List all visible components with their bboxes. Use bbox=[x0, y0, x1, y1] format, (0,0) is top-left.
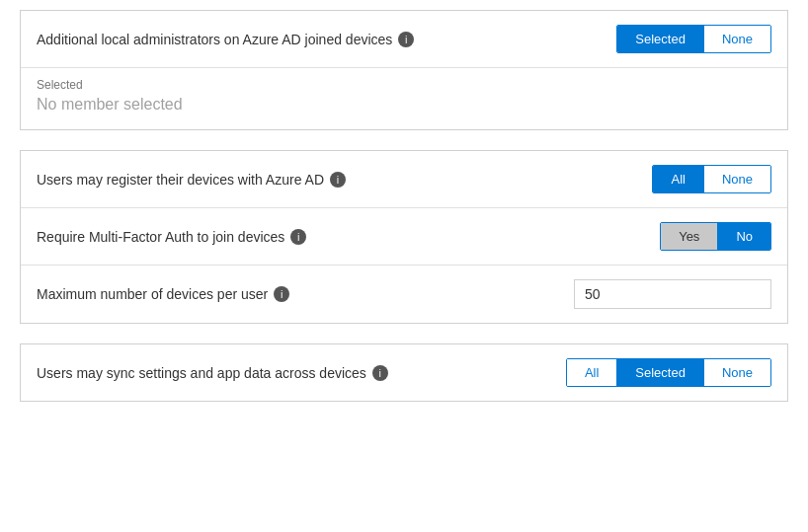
sync-settings-row: Users may sync settings and app data acr… bbox=[21, 344, 787, 401]
local-admins-btn-group: Selected None bbox=[616, 25, 771, 53]
sync-settings-info-icon[interactable]: i bbox=[372, 365, 388, 381]
mfa-label: Require Multi-Factor Auth to join device… bbox=[37, 229, 306, 245]
mfa-btn-group: Yes No bbox=[660, 222, 771, 251]
local-admins-selected-area: Selected No member selected bbox=[21, 68, 787, 129]
local-admins-none-btn[interactable]: None bbox=[704, 26, 770, 52]
local-admins-label: Additional local administrators on Azure… bbox=[37, 32, 414, 47]
max-devices-row: Maximum number of devices per user i bbox=[21, 266, 787, 323]
devices-section: Users may register their devices with Az… bbox=[20, 150, 788, 324]
max-devices-label: Maximum number of devices per user i bbox=[37, 286, 289, 302]
mfa-no-btn[interactable]: No bbox=[718, 223, 770, 250]
local-admins-selected-btn[interactable]: Selected bbox=[617, 26, 704, 52]
max-devices-info-icon[interactable]: i bbox=[274, 286, 289, 302]
register-devices-info-icon[interactable]: i bbox=[330, 172, 346, 188]
sync-settings-none-btn[interactable]: None bbox=[704, 359, 770, 386]
local-admins-text: Additional local administrators on Azure… bbox=[37, 32, 392, 47]
max-devices-input[interactable] bbox=[574, 279, 771, 309]
register-devices-label: Users may register their devices with Az… bbox=[37, 172, 346, 188]
sync-settings-btn-group: All Selected None bbox=[566, 358, 771, 387]
local-admins-row: Additional local administrators on Azure… bbox=[21, 11, 787, 68]
sync-settings-selected-btn[interactable]: Selected bbox=[617, 359, 704, 386]
selected-area-label: Selected bbox=[37, 78, 771, 92]
mfa-info-icon[interactable]: i bbox=[290, 229, 306, 245]
sync-settings-section: Users may sync settings and app data acr… bbox=[20, 343, 788, 402]
sync-settings-label: Users may sync settings and app data acr… bbox=[37, 365, 388, 381]
local-admins-section: Additional local administrators on Azure… bbox=[20, 10, 788, 130]
no-member-text: No member selected bbox=[37, 96, 771, 114]
sync-settings-all-btn[interactable]: All bbox=[567, 359, 617, 386]
mfa-text: Require Multi-Factor Auth to join device… bbox=[37, 229, 284, 245]
mfa-row: Require Multi-Factor Auth to join device… bbox=[21, 208, 787, 266]
main-container: Additional local administrators on Azure… bbox=[0, 0, 808, 431]
mfa-yes-btn[interactable]: Yes bbox=[661, 223, 718, 250]
max-devices-text: Maximum number of devices per user bbox=[37, 286, 268, 302]
register-devices-row: Users may register their devices with Az… bbox=[21, 151, 787, 208]
register-devices-btn-group: All None bbox=[652, 165, 771, 193]
register-devices-text: Users may register their devices with Az… bbox=[37, 172, 324, 188]
local-admins-info-icon[interactable]: i bbox=[398, 32, 414, 47]
sync-settings-text: Users may sync settings and app data acr… bbox=[37, 365, 366, 381]
register-devices-all-btn[interactable]: All bbox=[653, 166, 703, 192]
register-devices-none-btn[interactable]: None bbox=[704, 166, 770, 192]
